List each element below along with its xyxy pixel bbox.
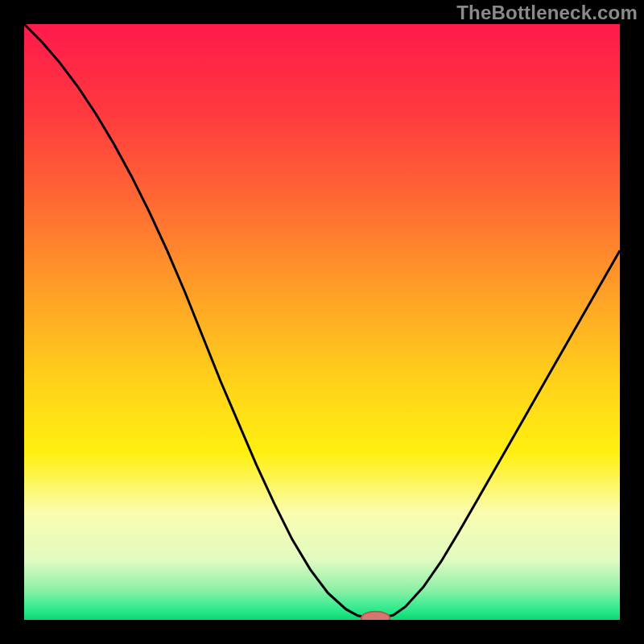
plot-background xyxy=(24,24,620,620)
bottleneck-plot xyxy=(24,24,620,620)
optimum-marker xyxy=(361,612,390,620)
watermark-text: TheBottleneck.com xyxy=(456,2,638,24)
chart-frame: TheBottleneck.com xyxy=(0,0,644,644)
